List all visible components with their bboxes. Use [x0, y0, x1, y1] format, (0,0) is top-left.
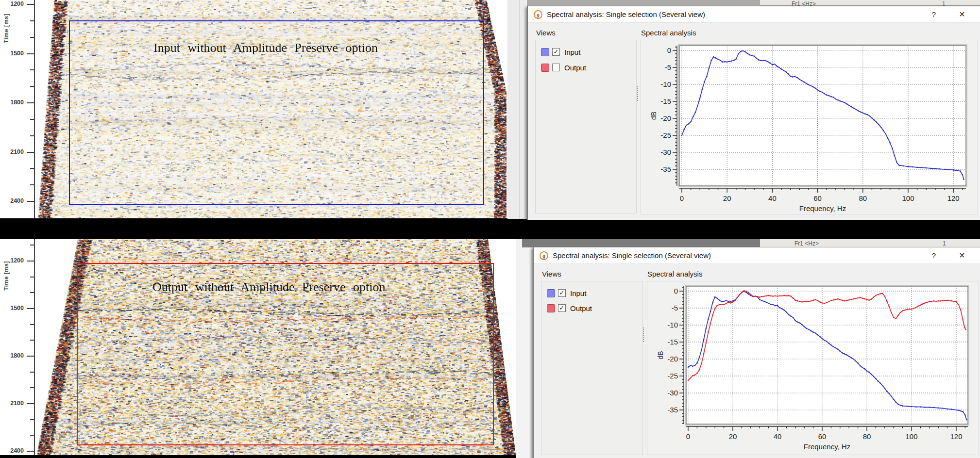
window-gap-bottom	[516, 239, 533, 458]
panel-splitter-handle[interactable]	[643, 327, 645, 342]
seismic-panel-input: Time [ms] 12001500180021002400 Input wit…	[0, 0, 507, 218]
time-tick-minor	[30, 324, 34, 325]
y-tick-label: -35	[667, 406, 678, 414]
output-checkbox[interactable]: ✓	[558, 304, 566, 312]
view-item-output[interactable]: Output	[541, 63, 586, 72]
plot-section-label: Spectral analysis	[641, 29, 696, 37]
time-tick-label: 2100	[2, 400, 24, 407]
y-tick-label: -25	[667, 372, 678, 380]
time-tick-major	[27, 451, 34, 452]
x-tick-label: 20	[729, 432, 737, 441]
x-tick-label: 80	[863, 432, 871, 441]
time-tick-minor	[30, 20, 34, 21]
time-tick-label: 1800	[2, 352, 24, 360]
panel-splitter-handle[interactable]	[637, 86, 640, 101]
time-tick-minor	[30, 340, 34, 341]
y-tick-label: -35	[660, 165, 671, 173]
x-tick-label: 40	[768, 194, 777, 202]
time-tick-minor	[30, 168, 34, 169]
y-tick-label: -15	[660, 97, 671, 105]
time-axis: Time [ms] 12001500180021002400	[0, 239, 36, 455]
y-tick-label: -15	[667, 338, 678, 346]
output-color-swatch	[541, 64, 549, 72]
input-checkbox[interactable]: ✓	[552, 48, 560, 56]
x-tick-label: 120	[950, 432, 962, 441]
time-tick-major	[27, 403, 34, 404]
seismic-panel-output: Time [ms] 12001500180021002400 Output wi…	[0, 239, 516, 455]
x-axis-ruler	[686, 426, 968, 431]
window-edge-line	[520, 0, 520, 219]
input-color-swatch	[547, 289, 555, 297]
y-tick-label: -10	[667, 321, 678, 329]
time-tick-label: 1800	[2, 99, 24, 106]
y-tick-label: -30	[660, 148, 671, 156]
output-color-swatch	[547, 304, 555, 312]
time-tick-minor	[30, 372, 34, 373]
y-tick-label: -20	[667, 355, 678, 363]
views-section-label: Views	[542, 270, 561, 278]
time-tick-label: 1200	[2, 0, 24, 8]
y-tick-label: -10	[660, 80, 671, 88]
x-tick-label: 20	[723, 194, 731, 202]
time-axis: Time [ms] 12001500180021002400	[0, 0, 36, 218]
time-tick-minor	[30, 419, 34, 420]
background-window-strip-bottom: Fr1 <Hz> 1	[522, 239, 980, 247]
dialog-titlebar[interactable]: g Spectral analysis: Single selection (S…	[534, 247, 980, 264]
time-tick-minor	[30, 135, 34, 136]
spectral-plot[interactable]: 0-5-10-15-20-25-30-35dB020406080100120Fr…	[647, 281, 979, 455]
screenshot-root: Time [ms] 12001500180021002400 Input wit…	[0, 0, 980, 458]
y-tick-label: -5	[665, 63, 671, 71]
view-item-input[interactable]: ✓ Input	[547, 289, 586, 297]
spectral-plot-svg: 0-5-10-15-20-25-30-35dB020406080100120Fr…	[647, 281, 979, 455]
window-gap-top	[507, 0, 527, 219]
time-tick-major	[27, 152, 34, 153]
x-tick-label: 0	[686, 432, 690, 441]
app-icon: g	[539, 250, 549, 260]
time-tick-major	[27, 308, 34, 309]
output-checkbox-label: Output	[570, 304, 592, 312]
time-tick-major	[27, 201, 34, 202]
x-tick-label: 100	[905, 432, 917, 441]
y-axis-title: dB	[650, 112, 658, 120]
views-panel: ✓ Input Output	[535, 40, 637, 213]
time-tick-minor	[30, 69, 34, 70]
x-tick-label: 80	[859, 194, 867, 202]
background-page-number: 1	[942, 0, 946, 6]
time-tick-minor	[30, 435, 34, 436]
view-item-output[interactable]: ✓ Output	[547, 304, 592, 312]
spectral-dialog-bottom: g Spectral analysis: Single selection (S…	[533, 247, 980, 458]
x-axis-ruler	[679, 188, 966, 193]
time-tick-minor	[30, 387, 34, 388]
x-tick-label: 60	[813, 194, 822, 202]
help-button[interactable]: ?	[929, 251, 939, 261]
output-checkbox-label: Output	[564, 64, 586, 72]
y-tick-label: 0	[674, 287, 678, 295]
time-axis-title: Time [ms]	[3, 261, 10, 291]
app-icon: g	[533, 9, 543, 19]
close-button[interactable]: ✕	[957, 10, 967, 19]
time-tick-label: 2400	[2, 447, 24, 455]
background-window-band	[522, 239, 760, 247]
y-tick-label: -30	[667, 389, 678, 397]
time-tick-minor	[30, 119, 34, 120]
x-tick-label: 120	[947, 194, 960, 202]
time-tick-label: 2400	[2, 197, 24, 205]
background-window-header	[760, 239, 980, 247]
dialog-titlebar[interactable]: g Spectral analysis: Single selection (S…	[528, 6, 980, 23]
output-checkbox[interactable]	[552, 64, 560, 71]
y-tick-label: -5	[672, 304, 678, 312]
dialog-title: Spectral analysis: Single selection (Sev…	[547, 10, 705, 18]
view-item-input[interactable]: ✓ Input	[541, 48, 580, 56]
close-button[interactable]: ✕	[957, 251, 967, 261]
y-tick-label: -20	[660, 114, 671, 122]
input-checkbox[interactable]: ✓	[558, 289, 566, 297]
spectral-dialog-top: g Spectral analysis: Single selection (S…	[527, 6, 980, 220]
y-axis-ruler	[673, 46, 677, 186]
spectral-plot[interactable]: 0-5-10-15-20-25-30-35dB020406080100120Fr…	[641, 40, 978, 214]
time-tick-label: 1500	[2, 50, 24, 57]
time-tick-major	[27, 356, 34, 357]
x-axis-title: Frequency, Hz	[799, 204, 846, 213]
help-button[interactable]: ?	[929, 10, 939, 19]
time-tick-minor	[30, 37, 34, 38]
y-axis-ruler	[679, 286, 684, 424]
